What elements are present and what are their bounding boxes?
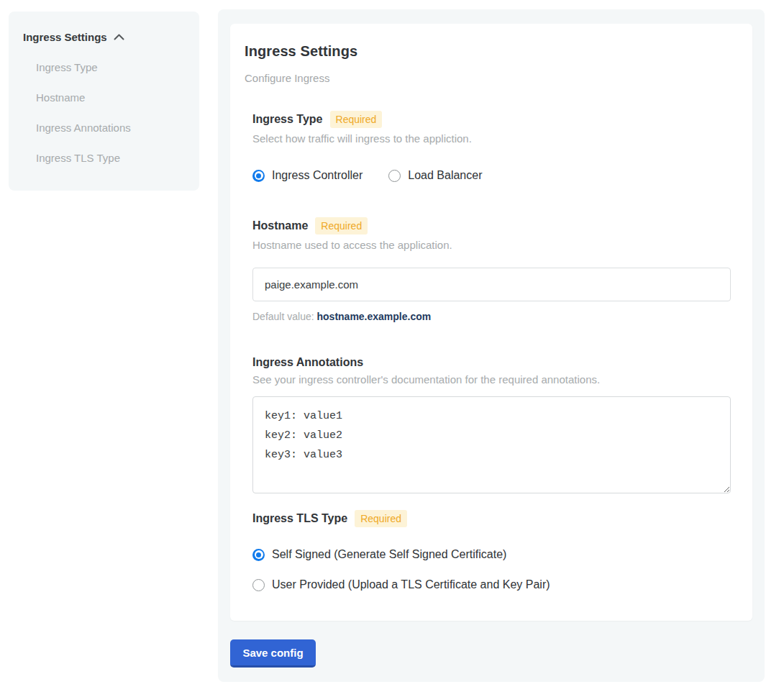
radio-label: User Provided (Upload a TLS Certificate … bbox=[272, 578, 550, 591]
section-ingress-type: Ingress Type Required Select how traffic… bbox=[252, 111, 731, 182]
default-value-link[interactable]: hostname.example.com bbox=[317, 311, 432, 322]
radio-option-user-provided[interactable]: User Provided (Upload a TLS Certificate … bbox=[252, 578, 731, 591]
config-sections: Ingress Type Required Select how traffic… bbox=[252, 111, 731, 591]
radio-group-ingress-tls-type: Self Signed (Generate Self Signed Certif… bbox=[252, 548, 731, 591]
page-subtitle: Configure Ingress bbox=[245, 72, 731, 84]
radio-option-ingress-controller[interactable]: Ingress Controller bbox=[252, 169, 363, 182]
radio-ingress-controller[interactable] bbox=[252, 170, 265, 182]
config-card: Ingress Settings Configure Ingress Ingre… bbox=[230, 24, 752, 621]
sidebar-group-ingress-settings[interactable]: Ingress Settings bbox=[23, 31, 185, 43]
radio-load-balancer[interactable] bbox=[388, 170, 401, 182]
radio-option-self-signed[interactable]: Self Signed (Generate Self Signed Certif… bbox=[252, 548, 731, 561]
radio-label: Load Balancer bbox=[408, 169, 482, 182]
sidebar-item-ingress-tls-type[interactable]: Ingress TLS Type bbox=[36, 152, 185, 164]
sidebar-item-ingress-annotations[interactable]: Ingress Annotations bbox=[36, 122, 185, 134]
config-nav-sidebar: Ingress Settings Ingress Type Hostname I… bbox=[9, 12, 199, 191]
default-value-label: Default value: bbox=[252, 311, 314, 322]
required-badge: Required bbox=[315, 217, 368, 234]
required-badge: Required bbox=[355, 510, 407, 527]
radio-user-provided[interactable] bbox=[252, 579, 265, 591]
section-label-ingress-annotations: Ingress Annotations bbox=[252, 356, 363, 369]
annotations-textarea[interactable]: key1: value1 key2: value2 key3: value3 bbox=[252, 396, 731, 493]
sidebar-item-list: Ingress Type Hostname Ingress Annotation… bbox=[36, 62, 185, 164]
config-main-panel: Ingress Settings Configure Ingress Ingre… bbox=[218, 9, 765, 682]
section-label-hostname: Hostname bbox=[252, 219, 308, 232]
section-hostname: Hostname Required Hostname used to acces… bbox=[252, 217, 731, 322]
section-ingress-tls-type: Ingress TLS Type Required Self Signed (G… bbox=[252, 510, 731, 591]
help-text-ingress-annotations: See your ingress controller's documentat… bbox=[252, 373, 731, 386]
save-config-button[interactable]: Save config bbox=[230, 639, 316, 668]
hostname-input[interactable] bbox=[252, 268, 731, 301]
radio-label: Ingress Controller bbox=[272, 169, 363, 182]
radio-option-load-balancer[interactable]: Load Balancer bbox=[388, 169, 482, 182]
section-label-ingress-tls-type: Ingress TLS Type bbox=[252, 512, 347, 525]
section-ingress-annotations: Ingress Annotations See your ingress con… bbox=[252, 356, 731, 496]
section-label-ingress-type: Ingress Type bbox=[252, 113, 323, 126]
chevron-up-icon bbox=[114, 34, 124, 40]
help-text-hostname: Hostname used to access the application. bbox=[252, 239, 731, 251]
page-title: Ingress Settings bbox=[245, 43, 731, 60]
radio-self-signed[interactable] bbox=[252, 549, 265, 561]
sidebar-item-hostname[interactable]: Hostname bbox=[36, 92, 185, 104]
radio-group-ingress-type: Ingress Controller Load Balancer bbox=[252, 169, 731, 182]
help-text-ingress-type: Select how traffic will ingress to the a… bbox=[252, 132, 731, 145]
required-badge: Required bbox=[330, 111, 383, 128]
sidebar-group-label: Ingress Settings bbox=[23, 31, 107, 43]
default-value-line: Default value: hostname.example.com bbox=[252, 311, 731, 322]
sidebar-item-ingress-type[interactable]: Ingress Type bbox=[36, 62, 185, 73]
radio-label: Self Signed (Generate Self Signed Certif… bbox=[272, 548, 506, 561]
